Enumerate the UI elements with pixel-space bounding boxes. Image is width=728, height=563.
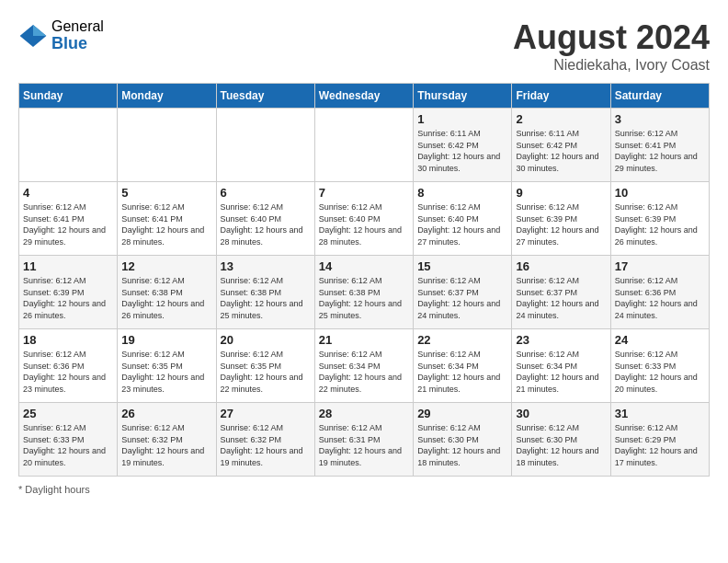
day-number: 9 (516, 186, 606, 200)
calendar-cell: 31Sunrise: 6:12 AM Sunset: 6:29 PM Dayli… (610, 403, 709, 477)
day-number: 6 (221, 186, 311, 200)
day-number: 27 (221, 407, 311, 420)
calendar-cell: 8Sunrise: 6:12 AM Sunset: 6:40 PM Daylig… (414, 182, 512, 256)
page-header: General Blue August 2024 Niediekaha, Ivo… (18, 18, 710, 74)
day-number: 30 (516, 407, 606, 420)
logo-general: General (51, 18, 104, 35)
calendar-cell: 6Sunrise: 6:12 AM Sunset: 6:40 PM Daylig… (216, 182, 314, 256)
day-number: 12 (121, 259, 211, 273)
day-detail: Sunrise: 6:12 AM Sunset: 6:39 PM Dayligh… (23, 275, 113, 321)
day-detail: Sunrise: 6:12 AM Sunset: 6:40 PM Dayligh… (221, 201, 311, 247)
day-detail: Sunrise: 6:12 AM Sunset: 6:34 PM Dayligh… (417, 349, 507, 395)
subtitle: Niediekaha, Ivory Coast (513, 57, 710, 74)
day-number: 21 (319, 333, 409, 347)
day-number: 22 (417, 333, 507, 347)
day-number: 29 (417, 407, 507, 420)
day-number: 20 (221, 333, 311, 347)
calendar-cell: 20Sunrise: 6:12 AM Sunset: 6:35 PM Dayli… (216, 329, 314, 403)
title-block: August 2024 Niediekaha, Ivory Coast (513, 18, 710, 74)
calendar-cell: 28Sunrise: 6:12 AM Sunset: 6:31 PM Dayli… (314, 403, 413, 477)
calendar-table: SundayMondayTuesdayWednesdayThursdayFrid… (18, 83, 710, 477)
day-detail: Sunrise: 6:12 AM Sunset: 6:31 PM Dayligh… (319, 422, 409, 468)
calendar-cell (118, 109, 216, 182)
footer-note: * Daylight hours (18, 484, 710, 495)
day-detail: Sunrise: 6:12 AM Sunset: 6:29 PM Dayligh… (615, 422, 705, 468)
calendar-cell: 13Sunrise: 6:12 AM Sunset: 6:38 PM Dayli… (216, 256, 314, 329)
day-detail: Sunrise: 6:12 AM Sunset: 6:36 PM Dayligh… (615, 275, 705, 321)
day-number: 4 (23, 186, 113, 200)
day-number: 2 (516, 112, 606, 126)
main-title: August 2024 (513, 18, 710, 57)
day-detail: Sunrise: 6:12 AM Sunset: 6:41 PM Dayligh… (121, 201, 211, 247)
header-day: Saturday (610, 84, 709, 109)
calendar-cell: 12Sunrise: 6:12 AM Sunset: 6:38 PM Dayli… (118, 256, 216, 329)
calendar-cell: 10Sunrise: 6:12 AM Sunset: 6:39 PM Dayli… (610, 182, 709, 256)
svg-marker-1 (33, 25, 46, 36)
day-detail: Sunrise: 6:12 AM Sunset: 6:34 PM Dayligh… (319, 349, 409, 395)
day-detail: Sunrise: 6:12 AM Sunset: 6:38 PM Dayligh… (121, 275, 211, 321)
day-detail: Sunrise: 6:12 AM Sunset: 6:32 PM Dayligh… (221, 422, 311, 468)
calendar-cell: 22Sunrise: 6:12 AM Sunset: 6:34 PM Dayli… (414, 329, 512, 403)
calendar-cell: 11Sunrise: 6:12 AM Sunset: 6:39 PM Dayli… (19, 256, 118, 329)
header-day: Friday (512, 84, 610, 109)
day-detail: Sunrise: 6:12 AM Sunset: 6:30 PM Dayligh… (516, 422, 606, 468)
day-detail: Sunrise: 6:12 AM Sunset: 6:37 PM Dayligh… (417, 275, 507, 321)
day-detail: Sunrise: 6:12 AM Sunset: 6:39 PM Dayligh… (615, 201, 705, 247)
calendar-cell: 3Sunrise: 6:12 AM Sunset: 6:41 PM Daylig… (610, 109, 709, 182)
day-number: 3 (615, 112, 705, 126)
calendar-cell: 26Sunrise: 6:12 AM Sunset: 6:32 PM Dayli… (118, 403, 216, 477)
calendar-cell: 15Sunrise: 6:12 AM Sunset: 6:37 PM Dayli… (414, 256, 512, 329)
calendar-cell: 19Sunrise: 6:12 AM Sunset: 6:35 PM Dayli… (118, 329, 216, 403)
day-detail: Sunrise: 6:11 AM Sunset: 6:42 PM Dayligh… (516, 128, 606, 174)
day-detail: Sunrise: 6:11 AM Sunset: 6:42 PM Dayligh… (417, 128, 507, 174)
day-number: 28 (319, 407, 409, 420)
calendar-cell: 7Sunrise: 6:12 AM Sunset: 6:40 PM Daylig… (314, 182, 413, 256)
logo-blue: Blue (51, 35, 104, 53)
day-detail: Sunrise: 6:12 AM Sunset: 6:40 PM Dayligh… (417, 201, 507, 247)
day-detail: Sunrise: 6:12 AM Sunset: 6:39 PM Dayligh… (516, 201, 606, 247)
calendar-cell (314, 109, 413, 182)
calendar-cell: 23Sunrise: 6:12 AM Sunset: 6:34 PM Dayli… (512, 329, 610, 403)
calendar-cell: 4Sunrise: 6:12 AM Sunset: 6:41 PM Daylig… (19, 182, 118, 256)
calendar-week: 25Sunrise: 6:12 AM Sunset: 6:33 PM Dayli… (19, 403, 710, 477)
day-number: 25 (23, 407, 113, 420)
calendar-cell: 17Sunrise: 6:12 AM Sunset: 6:36 PM Dayli… (610, 256, 709, 329)
day-number: 18 (23, 333, 113, 347)
day-number: 15 (417, 259, 507, 273)
header-day: Wednesday (314, 84, 413, 109)
calendar-cell (216, 109, 314, 182)
day-number: 10 (615, 186, 705, 200)
day-detail: Sunrise: 6:12 AM Sunset: 6:30 PM Dayligh… (417, 422, 507, 468)
calendar-cell: 1Sunrise: 6:11 AM Sunset: 6:42 PM Daylig… (414, 109, 512, 182)
calendar-cell: 9Sunrise: 6:12 AM Sunset: 6:39 PM Daylig… (512, 182, 610, 256)
day-detail: Sunrise: 6:12 AM Sunset: 6:36 PM Dayligh… (23, 349, 113, 395)
day-detail: Sunrise: 6:12 AM Sunset: 6:40 PM Dayligh… (319, 201, 409, 247)
day-detail: Sunrise: 6:12 AM Sunset: 6:38 PM Dayligh… (221, 275, 311, 321)
calendar-cell: 18Sunrise: 6:12 AM Sunset: 6:36 PM Dayli… (19, 329, 118, 403)
logo-text: General Blue (51, 18, 104, 52)
day-number: 16 (516, 259, 606, 273)
day-detail: Sunrise: 6:12 AM Sunset: 6:32 PM Dayligh… (121, 422, 211, 468)
logo-icon (18, 21, 48, 51)
day-number: 31 (615, 407, 705, 420)
day-number: 7 (319, 186, 409, 200)
day-number: 14 (319, 259, 409, 273)
day-number: 13 (221, 259, 311, 273)
day-number: 24 (615, 333, 705, 347)
calendar-cell: 27Sunrise: 6:12 AM Sunset: 6:32 PM Dayli… (216, 403, 314, 477)
day-detail: Sunrise: 6:12 AM Sunset: 6:41 PM Dayligh… (23, 201, 113, 247)
footer-text: Daylight hours (25, 484, 89, 495)
day-number: 26 (121, 407, 211, 420)
calendar-week: 18Sunrise: 6:12 AM Sunset: 6:36 PM Dayli… (19, 329, 710, 403)
day-number: 8 (417, 186, 507, 200)
calendar-cell: 14Sunrise: 6:12 AM Sunset: 6:38 PM Dayli… (314, 256, 413, 329)
day-detail: Sunrise: 6:12 AM Sunset: 6:38 PM Dayligh… (319, 275, 409, 321)
day-detail: Sunrise: 6:12 AM Sunset: 6:35 PM Dayligh… (121, 349, 211, 395)
header-day: Sunday (19, 84, 118, 109)
calendar-cell: 16Sunrise: 6:12 AM Sunset: 6:37 PM Dayli… (512, 256, 610, 329)
day-detail: Sunrise: 6:12 AM Sunset: 6:41 PM Dayligh… (615, 128, 705, 174)
calendar-week: 4Sunrise: 6:12 AM Sunset: 6:41 PM Daylig… (19, 182, 710, 256)
day-number: 17 (615, 259, 705, 273)
day-detail: Sunrise: 6:12 AM Sunset: 6:33 PM Dayligh… (615, 349, 705, 395)
header-row: SundayMondayTuesdayWednesdayThursdayFrid… (19, 84, 710, 109)
